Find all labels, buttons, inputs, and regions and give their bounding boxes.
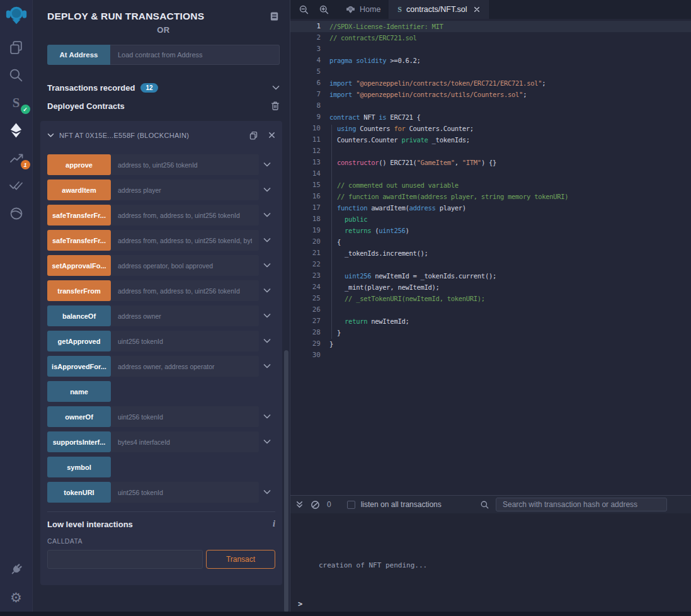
code-line[interactable]: 5 [290, 66, 691, 77]
code-line[interactable]: 26 [290, 304, 691, 316]
tab-home[interactable]: Home [338, 0, 389, 19]
book-icon[interactable] [269, 11, 280, 22]
expand-chevron-icon[interactable] [259, 280, 275, 301]
function-button-balanceOf[interactable]: balanceOf [47, 305, 111, 326]
code-line[interactable]: 6import "@openzeppelin/contracts/token/E… [290, 77, 691, 89]
tab-contracts-nft-sol[interactable]: S contracts/NFT.sol [389, 0, 488, 19]
code-line[interactable]: 29} [290, 338, 691, 350]
sidebar-item-deploy-and-run[interactable] [5, 120, 28, 140]
panel-scrollbar-thumb[interactable] [284, 350, 288, 612]
function-args-input[interactable] [111, 356, 259, 377]
sidebar-item-analytics[interactable]: 1 [5, 148, 28, 168]
at-address-button[interactable]: At Address [47, 45, 110, 65]
close-icon[interactable] [268, 132, 275, 139]
clear-ban-icon[interactable] [311, 500, 320, 510]
sidebar-item-plugin-manager[interactable] [5, 559, 28, 579]
function-args-input[interactable] [111, 154, 259, 175]
code-line[interactable]: 13 constructor() ERC721("GameItem", "ITM… [290, 157, 691, 168]
code-line[interactable]: 8 [290, 100, 691, 111]
code-line[interactable]: 10 using Counters for Counters.Counter; [290, 123, 691, 134]
expand-chevron-icon[interactable] [259, 406, 275, 427]
function-args-input[interactable] [111, 482, 259, 503]
sidebar-item-unit-testing[interactable] [5, 176, 28, 196]
calldata-input[interactable] [47, 550, 203, 569]
code-line[interactable]: 14 [290, 168, 691, 180]
expand-chevron-icon[interactable] [259, 255, 275, 276]
function-button-safeTransferFr[interactable]: safeTransferFr... [47, 205, 111, 225]
zoom-out-icon[interactable] [299, 4, 309, 15]
function-args-input[interactable] [111, 331, 259, 351]
zoom-in-icon[interactable] [319, 4, 329, 15]
contract-card-header[interactable]: NFT AT 0X15E...E558F (BLOCKCHAIN) [47, 121, 275, 141]
expand-chevron-icon[interactable] [259, 230, 275, 251]
info-icon[interactable]: i [273, 519, 275, 529]
function-button-transferFrom[interactable]: transferFrom [47, 280, 111, 301]
terminal-output-area[interactable]: creation of NFT pending... > [290, 513, 691, 616]
sidebar-item-settings[interactable]: ⚙ [5, 587, 28, 607]
collapse-terminal-icon[interactable] [295, 500, 304, 509]
expand-chevron-icon[interactable] [259, 431, 275, 452]
expand-chevron-icon[interactable] [259, 154, 275, 175]
sidebar-item-search[interactable] [5, 65, 28, 85]
chevron-down-icon[interactable] [272, 85, 280, 91]
code-line[interactable]: 7import "@openzeppelin/contracts/utils/C… [290, 89, 691, 100]
expand-chevron-icon[interactable] [259, 205, 275, 225]
sidebar-item-solidity-compiler[interactable]: S ✓ [5, 93, 28, 113]
terminal-prompt[interactable]: > [298, 600, 302, 608]
expand-chevron-icon[interactable] [259, 331, 275, 351]
function-args-input[interactable] [111, 431, 259, 452]
code-line[interactable]: 28 } [290, 327, 691, 338]
function-args-input[interactable] [111, 280, 259, 301]
code-line[interactable]: 25 // _setTokenURI(newItemId, tokenURI); [290, 293, 691, 304]
code-line[interactable]: 15 // commented out unused variable [290, 180, 691, 191]
at-address-input[interactable] [110, 45, 280, 65]
function-button-safeTransferFr[interactable]: safeTransferFr... [47, 230, 111, 251]
expand-chevron-icon[interactable] [259, 305, 275, 326]
function-button-awardItem[interactable]: awardItem [47, 180, 111, 200]
function-args-input[interactable] [111, 305, 259, 326]
code-line[interactable]: 30 [290, 350, 691, 361]
code-line[interactable]: 18 public [290, 214, 691, 225]
function-button-supportsInterf[interactable]: supportsInterf... [47, 431, 111, 452]
code-editor[interactable]: 1//SPDX-License-Identifier: MIT2// contr… [290, 19, 691, 495]
code-line[interactable]: 20 { [290, 236, 691, 248]
function-button-setApprovalFo[interactable]: setApprovalFo... [47, 255, 111, 276]
sidebar-item-debugger[interactable] [5, 203, 28, 224]
code-line[interactable]: 2// contracts/ERC721.sol [290, 32, 691, 43]
code-line[interactable]: 4pragma solidity >=0.6.2; [290, 55, 691, 66]
function-button-isApprovedFor[interactable]: isApprovedFor... [47, 356, 111, 377]
code-line[interactable]: 22 [290, 259, 691, 270]
close-tab-icon[interactable] [474, 6, 480, 13]
code-line[interactable]: 24 _mint(player, newItemId); [290, 282, 691, 293]
code-line[interactable]: 3 [290, 43, 691, 55]
function-args-input[interactable] [111, 230, 259, 251]
code-line[interactable]: 12 [290, 145, 691, 157]
function-button-tokenURI[interactable]: tokenURI [47, 482, 111, 503]
code-line[interactable]: 19 returns (uint256) [290, 225, 691, 236]
code-line[interactable]: 16 // function awardItem(address player,… [290, 191, 691, 202]
code-line[interactable]: 21 _tokenIds.increment(); [290, 248, 691, 259]
expand-chevron-icon[interactable] [259, 180, 275, 200]
code-line[interactable]: 27 return newItemId; [290, 316, 691, 327]
code-line[interactable]: 11 Counters.Counter private _tokenIds; [290, 134, 691, 145]
function-args-input[interactable] [111, 180, 259, 200]
function-button-approve[interactable]: approve [47, 154, 111, 175]
function-button-name[interactable]: name [47, 381, 111, 402]
transact-button[interactable]: Transact [206, 550, 275, 569]
remix-logo-icon[interactable] [4, 3, 28, 28]
code-line[interactable]: 17 function awardItem(address player) [290, 202, 691, 214]
copy-icon[interactable] [249, 130, 258, 140]
expand-chevron-icon[interactable] [259, 356, 275, 377]
listen-all-checkbox[interactable] [347, 501, 355, 509]
terminal-search-input[interactable] [496, 498, 667, 511]
trash-icon[interactable] [271, 101, 280, 111]
code-line[interactable]: 1//SPDX-License-Identifier: MIT [290, 21, 691, 32]
sidebar-item-file-explorer[interactable] [5, 37, 28, 57]
function-args-input[interactable] [111, 255, 259, 276]
function-button-getApproved[interactable]: getApproved [47, 331, 111, 351]
function-button-symbol[interactable]: symbol [47, 457, 111, 477]
function-args-input[interactable] [111, 406, 259, 427]
code-line[interactable]: 23 uint256 newItemId = _tokenIds.current… [290, 270, 691, 282]
code-line[interactable]: 9contract NFT is ERC721 { [290, 111, 691, 123]
function-button-ownerOf[interactable]: ownerOf [47, 406, 111, 427]
